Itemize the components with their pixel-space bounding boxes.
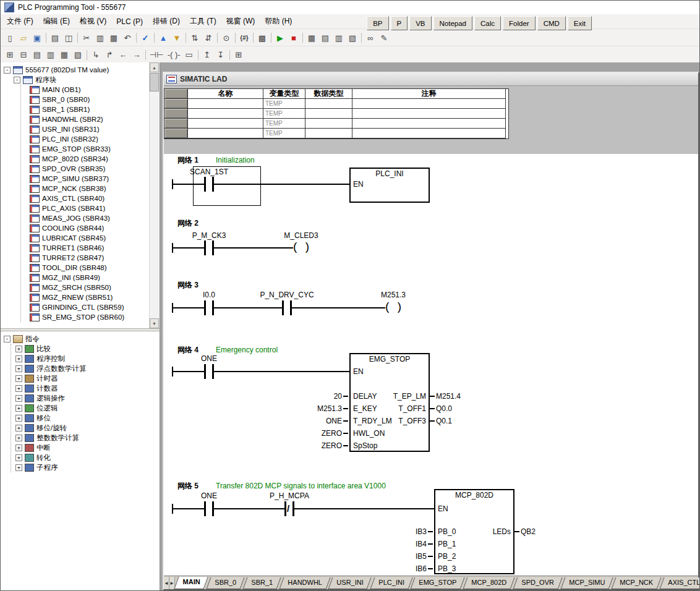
tree-item-block[interactable]: AXIS_CTL (SBR40) — [21, 193, 160, 203]
tree-item-block[interactable]: MGZ_INI (SBR49) — [21, 273, 160, 283]
paste-icon[interactable]: ▦ — [107, 32, 121, 44]
tree-item-block[interactable]: COOLING (SBR44) — [21, 223, 160, 233]
tree-item-instruction-category[interactable]: + 计数器 — [11, 383, 160, 393]
menu-item[interactable]: 视窗 (W) — [221, 14, 260, 28]
download-icon[interactable]: ▼ — [170, 32, 184, 44]
tree-item-program-blocks[interactable]: - 程序块 — [14, 75, 160, 85]
tree-item-block[interactable]: LUBRICAT (SBR45) — [21, 233, 160, 243]
operand-row[interactable]: 20 — [268, 390, 348, 402]
tree-item-instruction-category[interactable]: + 浮点数数学计算 — [11, 364, 160, 373]
find-icon[interactable]: ⊙ — [220, 32, 233, 44]
expander-icon[interactable]: - — [4, 336, 11, 342]
tree-item-block[interactable]: MCP_SIMU (SBR37) — [21, 174, 160, 184]
sort-ascending-icon[interactable]: ⇅ — [188, 32, 202, 44]
contact[interactable] — [204, 364, 214, 379]
vartype-cell[interactable]: TEMP — [263, 99, 305, 109]
datatype-cell[interactable] — [305, 119, 352, 129]
comment-cell[interactable] — [352, 129, 506, 138]
expander-icon[interactable]: + — [15, 355, 22, 362]
expander-icon[interactable]: + — [15, 435, 22, 441]
tree-item-instruction-category[interactable]: + 移位 — [11, 413, 160, 423]
tree-item-block[interactable]: TURRET2 (SBR47) — [21, 253, 160, 263]
tree-item-instruction-category[interactable]: + 整数数学计算 — [11, 433, 160, 443]
row-header-cell[interactable] — [164, 129, 188, 138]
operand-row[interactable]: M251.3 — [268, 402, 348, 415]
expander-icon[interactable]: + — [15, 375, 22, 382]
tree-item-instruction-category[interactable]: + 程序控制 — [11, 354, 160, 364]
menu-item[interactable]: 编辑 (E) — [38, 14, 75, 28]
pou-tab[interactable]: PLC_INI — [370, 577, 412, 589]
tree-item-block[interactable]: GRINDING_CTL (SBR59) — [21, 302, 160, 312]
upload-icon[interactable]: ▲ — [156, 32, 170, 44]
pou-tab[interactable]: SBR_1 — [242, 577, 281, 589]
operand-row[interactable]: QB2 — [514, 525, 595, 538]
pou-tab[interactable]: MCP_802D — [463, 577, 515, 589]
operand-row[interactable]: ZERO — [268, 440, 348, 452]
ladder-canvas[interactable]: 网络 1 Initialization SCAN_1ST PLC_INI EN … — [164, 154, 698, 576]
contact[interactable] — [204, 177, 214, 192]
cross-reference-icon[interactable]: ▧ — [346, 32, 359, 44]
quick-launch-button[interactable]: Exit — [568, 16, 592, 30]
tree-item-project-root[interactable]: - 555677 (802Dsl TM value) — [4, 65, 160, 75]
vartype-cell[interactable]: TEMP — [263, 119, 305, 129]
expander-icon[interactable]: + — [15, 365, 22, 372]
expander-icon[interactable]: + — [15, 346, 22, 352]
datatype-cell[interactable] — [305, 99, 352, 109]
operand-row[interactable]: Q0.0 — [430, 402, 510, 415]
coil[interactable]: () — [293, 240, 309, 255]
quick-launch-button[interactable]: BP — [367, 16, 388, 30]
line-left-icon[interactable]: ← — [116, 49, 130, 61]
quick-launch-button[interactable]: Notepad — [433, 16, 472, 30]
cut-icon[interactable]: ✂ — [80, 32, 93, 44]
expander-icon[interactable]: - — [14, 77, 20, 83]
scroll-up-icon[interactable]: ▲ — [150, 62, 159, 72]
name-cell[interactable] — [188, 99, 263, 109]
print-icon[interactable]: ▤ — [48, 32, 62, 44]
tree-item-block[interactable]: SBR_0 (SBR0) — [21, 95, 160, 104]
tree-item-block[interactable]: HANDWHL (SBR2) — [21, 114, 160, 124]
pou-tab-active[interactable]: MAIN — [174, 577, 208, 589]
address-braces-icon[interactable]: {#} — [237, 32, 251, 44]
tree-item-instruction-category[interactable]: + 中断 — [11, 443, 160, 453]
datatype-cell[interactable] — [305, 109, 352, 119]
scroll-down-icon[interactable]: ▼ — [150, 318, 159, 328]
contact[interactable] — [204, 300, 214, 315]
tree-item-block[interactable]: MGZ_RNEW (SBR51) — [21, 292, 160, 302]
tree-item-block[interactable]: SPD_OVR (SBR35) — [21, 164, 160, 174]
tree-item-instruction-category[interactable]: + 比较 — [11, 344, 160, 354]
contact-icon[interactable]: ⊣⊢ — [148, 49, 166, 61]
tree-item-instruction-category[interactable]: + 位逻辑 — [11, 403, 160, 413]
tree-item-instructions-root[interactable]: - 指令 — [4, 334, 160, 344]
menu-item[interactable]: 帮助 (H) — [260, 14, 297, 28]
menu-item[interactable]: PLC (P) — [111, 15, 148, 28]
tree-item-block[interactable]: USR_INI (SBR31) — [21, 124, 160, 134]
save-all-icon[interactable]: ▣ — [30, 32, 44, 44]
comment-cell[interactable] — [352, 109, 506, 119]
comment-cell[interactable] — [352, 119, 506, 129]
menu-item[interactable]: 文件 (F) — [2, 14, 38, 28]
pou-tab[interactable]: EMG_STOP — [411, 577, 465, 589]
menu-item[interactable]: 排错 (D) — [148, 14, 185, 28]
expander-icon[interactable]: + — [15, 395, 22, 402]
tree-item-block[interactable]: EMG_STOP (SBR33) — [21, 144, 160, 154]
pou-tab[interactable]: SBR_0 — [206, 577, 244, 589]
contact[interactable] — [204, 240, 214, 255]
pou-tab[interactable]: SPD_OVR — [513, 577, 562, 589]
tree-item-block[interactable]: SR_EMG_STOP (SBR60) — [21, 312, 160, 322]
menu-item[interactable]: 检视 (V) — [75, 14, 111, 28]
print-preview-icon[interactable]: ◫ — [62, 32, 75, 44]
vartype-cell[interactable]: TEMP — [263, 109, 305, 119]
menu-item[interactable]: 工具 (T) — [185, 14, 221, 28]
run-icon[interactable]: ▶ — [273, 32, 287, 44]
box-icon[interactable]: ▭ — [182, 49, 196, 61]
sort-descending-icon[interactable]: ⇵ — [202, 32, 215, 44]
tree-item-block[interactable]: MCP_802D (SBR34) — [21, 154, 160, 164]
tree-item-block[interactable]: MEAS_JOG (SBR43) — [21, 213, 160, 223]
operand-row[interactable]: IB3 — [352, 525, 433, 538]
function-box-emg-stop[interactable]: EMG_STOP EN DELAYE_KEYT_RDY_LMHWL_ONSpSt… — [349, 353, 430, 452]
contact[interactable] — [282, 300, 292, 315]
tree-item-block[interactable]: MAIN (OB1) — [21, 85, 160, 95]
tree-item-instruction-category[interactable]: + 转化 — [11, 453, 160, 462]
project-tree-scrollbar[interactable]: ▲ ▼ — [149, 62, 160, 328]
view-glasses-icon[interactable]: ∞ — [364, 32, 377, 44]
